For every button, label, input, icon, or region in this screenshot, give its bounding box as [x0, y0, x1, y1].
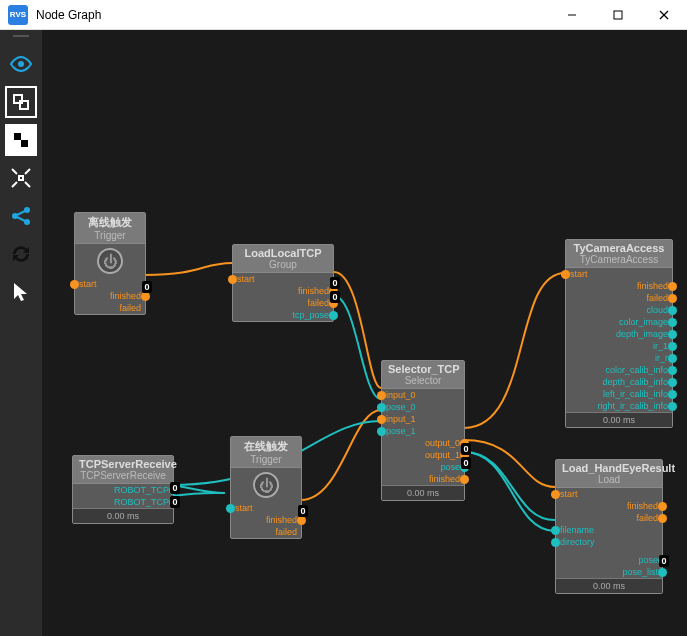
- node-subtitle: TyCameraAccess: [572, 254, 666, 265]
- window-controls: [549, 0, 687, 30]
- port-failed: failed: [79, 302, 141, 314]
- port-finished: finished: [79, 290, 141, 302]
- node-selector-tcp[interactable]: Selector_TCP Selector input_0 pose_0 inp…: [381, 360, 465, 501]
- node-subtitle: Trigger: [237, 454, 295, 465]
- port-tcp-pose: tcp_pose: [237, 309, 329, 321]
- node-subtitle: TCPServerReceive: [79, 470, 167, 481]
- port-pose0: pose_0: [386, 401, 416, 413]
- port-output1: output_1: [386, 449, 460, 461]
- svg-rect-7: [14, 133, 21, 140]
- node-title: 在线触发: [237, 439, 295, 454]
- port-pose: pose: [560, 554, 658, 566]
- node-title: TCPServerReceive: [79, 458, 167, 470]
- node-footer: 0.00 ms: [73, 508, 173, 523]
- svg-rect-1: [614, 11, 622, 19]
- port-start: start: [235, 502, 253, 514]
- svg-line-18: [17, 217, 25, 221]
- power-icon[interactable]: [253, 472, 279, 498]
- node-footer: 0.00 ms: [556, 578, 662, 593]
- port-input1: input_1: [386, 413, 416, 425]
- svg-line-17: [17, 211, 25, 215]
- node-tcpserverreceive[interactable]: TCPServerReceive TCPServerReceive ROBOT_…: [72, 455, 174, 524]
- port-finished: finished: [560, 500, 658, 512]
- svg-line-11: [12, 182, 17, 187]
- port-start: start: [570, 268, 588, 280]
- center-icon[interactable]: [5, 162, 37, 194]
- port-directory: directory: [560, 536, 595, 548]
- node-header: TyCameraAccess TyCameraAccess: [566, 240, 672, 268]
- node-canvas[interactable]: 离线触发 Trigger start finished failed 0 Loa…: [42, 30, 687, 636]
- port-depth-calib: depth_calib_info: [570, 376, 668, 388]
- port-failed: failed: [570, 292, 668, 304]
- svg-rect-13: [19, 176, 23, 180]
- svg-rect-8: [21, 140, 28, 147]
- port-ir1: ir_1: [570, 340, 668, 352]
- maximize-button[interactable]: [595, 0, 641, 30]
- cursor-icon[interactable]: [5, 276, 37, 308]
- port-failed: failed: [235, 526, 297, 538]
- node-footer: 0.00 ms: [382, 485, 464, 500]
- svg-line-12: [25, 182, 30, 187]
- badge: 0: [170, 496, 180, 508]
- port-robot-tcp: ROBOT_TCP: [77, 484, 169, 496]
- port-start: start: [79, 278, 97, 290]
- minimize-button[interactable]: [549, 0, 595, 30]
- toolstrip-grip[interactable]: [0, 30, 42, 42]
- badge: 0: [461, 443, 471, 455]
- node-subtitle: Group: [239, 259, 327, 270]
- app-icon: RVS: [8, 5, 28, 25]
- port-input0: input_0: [386, 389, 416, 401]
- node-loadlocaltcp[interactable]: LoadLocalTCP Group start finished failed…: [232, 244, 334, 322]
- port-color-image: color_image: [570, 316, 668, 328]
- node-offline-trigger[interactable]: 离线触发 Trigger start finished failed: [74, 212, 146, 315]
- port-filename: filename: [560, 524, 594, 536]
- port-pose: pose: [386, 461, 460, 473]
- port-finished: finished: [386, 473, 460, 485]
- port-finished: finished: [237, 285, 329, 297]
- node-load-handeye[interactable]: Load_HandEyeResult Load start finished f…: [555, 459, 663, 594]
- main-area: 离线触发 Trigger start finished failed 0 Loa…: [0, 30, 687, 636]
- badge: 0: [461, 457, 471, 469]
- node-footer: 0.00 ms: [566, 412, 672, 427]
- port-failed: failed: [560, 512, 658, 524]
- port-right-ir-calib: right_ir_calib_info: [570, 400, 668, 412]
- refresh-icon[interactable]: [5, 238, 37, 270]
- port-finished: finished: [235, 514, 297, 526]
- port-failed: failed: [237, 297, 329, 309]
- node-title: TyCameraAccess: [572, 242, 666, 254]
- node-title: Selector_TCP: [388, 363, 458, 375]
- window-title: Node Graph: [36, 8, 101, 22]
- svg-point-4: [18, 61, 24, 67]
- port-pose-list: pose_list: [560, 566, 658, 578]
- node-header: TCPServerReceive TCPServerReceive: [73, 456, 173, 484]
- link-boxed-icon[interactable]: [5, 86, 37, 118]
- port-start: start: [237, 273, 255, 285]
- link-filled-icon[interactable]: [5, 124, 37, 156]
- node-tycameraaccess[interactable]: TyCameraAccess TyCameraAccess start fini…: [565, 239, 673, 428]
- svg-line-9: [12, 169, 17, 174]
- power-icon[interactable]: [97, 248, 123, 274]
- badge: 0: [142, 281, 152, 293]
- node-subtitle: Load: [562, 474, 656, 485]
- badge: 0: [298, 505, 308, 517]
- port-robot-tcp: ROBOT_TCP: [77, 496, 169, 508]
- badge: 0: [170, 482, 180, 494]
- svg-line-10: [25, 169, 30, 174]
- node-subtitle: Trigger: [81, 230, 139, 241]
- badge: 0: [659, 555, 669, 567]
- tool-strip: [0, 30, 42, 636]
- node-online-trigger[interactable]: 在线触发 Trigger start finished failed: [230, 436, 302, 539]
- share-icon[interactable]: [5, 200, 37, 232]
- titlebar: RVS Node Graph: [0, 0, 687, 30]
- node-title: LoadLocalTCP: [239, 247, 327, 259]
- node-title: Load_HandEyeResult: [562, 462, 656, 474]
- port-color-calib: color_calib_info: [570, 364, 668, 376]
- port-pose1: pose_1: [386, 425, 416, 437]
- node-subtitle: Selector: [388, 375, 458, 386]
- close-button[interactable]: [641, 0, 687, 30]
- port-start: start: [560, 488, 578, 500]
- badge: 0: [330, 277, 340, 289]
- node-header: Selector_TCP Selector: [382, 361, 464, 389]
- eye-icon[interactable]: [5, 48, 37, 80]
- port-output0: output_0: [386, 437, 460, 449]
